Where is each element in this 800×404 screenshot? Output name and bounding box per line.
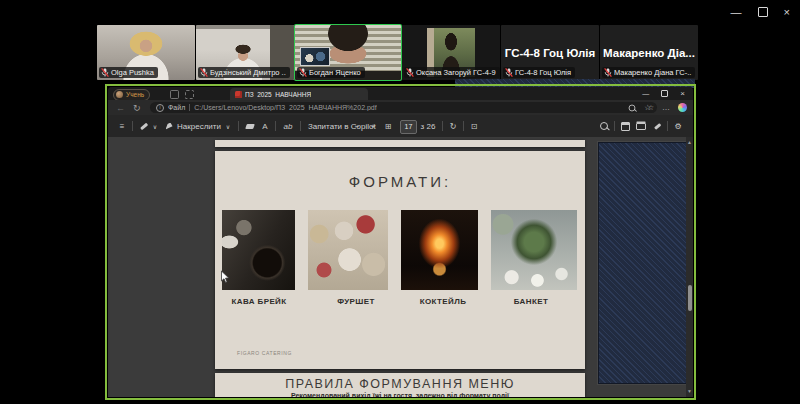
dark-side-panel	[598, 142, 690, 384]
slide-menu-rules: ПРАВИЛА ФОРМУВАННЯ МЕНЮ Рекомендований в…	[215, 373, 585, 397]
participant-nametag: Макаренко Діана ГС-..	[602, 67, 695, 78]
chevron-down-icon[interactable]: ∨	[151, 115, 159, 137]
highlight-label[interactable]: Накреслити	[176, 115, 222, 137]
video-tile-budzinskyi[interactable]: Будзінський Дмитро ..	[196, 25, 294, 80]
format-label: КОКТЕЙЛЬ	[420, 297, 467, 306]
video-tile-bohdan-active-speaker[interactable]: Богдан Яценко	[295, 25, 401, 80]
scroll-down-icon[interactable]: ▼	[686, 388, 693, 394]
participant-nametag: Будзінський Дмитро ..	[198, 67, 290, 78]
save-icon[interactable]	[619, 115, 631, 137]
fit-width-icon[interactable]: ⊞	[382, 115, 394, 137]
scroll-up-icon[interactable]: ▲	[686, 139, 693, 145]
info-icon[interactable]: i	[156, 104, 164, 112]
tab-title: ПЗ_2025_НАВЧАННЯ	[245, 91, 311, 98]
participant-name: Богдан Яценко	[309, 67, 361, 78]
minimize-icon[interactable]: —	[731, 6, 742, 18]
maximize-icon[interactable]	[758, 7, 768, 17]
muted-mic-icon	[604, 68, 612, 77]
picture-in-picture-video	[300, 47, 330, 66]
pdf-content-area: ФОРМАТИ: КАВА БРЕЙК ФУРШЕТ КОКТЕЙЛЬ БАНК…	[108, 137, 693, 397]
browser-profile-button[interactable]: Учень	[113, 89, 150, 101]
slide-subtitle: Рекомендований вихід їжі на гостя, залеж…	[215, 392, 585, 397]
mouse-cursor	[220, 270, 230, 284]
back-icon[interactable]: ←	[116, 103, 125, 113]
profile-avatar	[116, 91, 123, 98]
meeting-window-controls: — ×	[731, 6, 790, 18]
photo-fourchette	[308, 210, 388, 290]
address-url: C:/Users/Lenovo/Desktop/ПЗ_2025_НАВЧАННЯ…	[194, 104, 376, 111]
participant-nametag: Оксана Загоруй ГС-4-9	[404, 67, 500, 78]
search-in-page-icon[interactable]	[629, 104, 636, 111]
pdf-settings-gear-icon[interactable]: ⚙	[672, 115, 684, 137]
slide-title: ПРАВИЛА ФОРМУВАННЯ МЕНЮ	[215, 377, 585, 391]
highlighter-icon[interactable]	[164, 115, 174, 137]
browser-address-bar: ← ↻ i Файл C:/Users/Lenovo/Desktop/ПЗ_20…	[108, 100, 693, 115]
participant-nametag: Богдан Яценко	[297, 67, 365, 78]
favorites-bar-icon[interactable]: ☆	[648, 104, 654, 112]
search-document-icon[interactable]	[598, 115, 610, 137]
workspaces-icon[interactable]	[185, 90, 194, 99]
tab-actions-icon[interactable]	[170, 90, 179, 99]
previous-page-edge	[215, 140, 585, 147]
close-icon[interactable]: ×	[784, 6, 790, 18]
participant-nametag: ГС-4-8 Гоц Юлія	[503, 67, 575, 78]
page-view-icon[interactable]: ⊡	[468, 115, 480, 137]
format-photos	[222, 210, 577, 290]
maximize-icon[interactable]	[661, 90, 668, 97]
draw-pen-icon[interactable]	[138, 115, 150, 137]
format-label: ФУРШЕТ	[337, 297, 375, 306]
zoom-in-icon[interactable]: +	[368, 115, 378, 137]
close-icon[interactable]: ×	[680, 89, 685, 98]
print-icon[interactable]	[635, 115, 647, 137]
address-divider	[189, 104, 190, 111]
photo-cocktail	[401, 210, 478, 290]
format-label: КАВА БРЕЙК	[231, 297, 286, 306]
participant-name: Макаренко Діана ГС-..	[614, 67, 691, 78]
participant-name: ГС-4-8 Гоц Юлія	[515, 67, 571, 78]
browser-tab-bar: Учень ПЗ_2025_НАВЧАННЯ — ×	[108, 87, 693, 100]
muted-mic-icon	[505, 68, 513, 77]
video-tile-makarenko[interactable]: Макаренко Діа... Макаренко Діана ГС-..	[600, 25, 698, 80]
pdf-file-icon	[235, 91, 242, 98]
video-tile-oksana[interactable]: Оксана Загоруй ГС-4-9	[402, 25, 500, 80]
participant-name: Оксана Загоруй ГС-4-9	[416, 67, 496, 78]
pdf-scrollbar[interactable]: ▲ ▼	[686, 137, 693, 397]
participant-name: Будзінський Дмитро ..	[210, 67, 286, 78]
photo-coffee-break	[222, 210, 295, 290]
scrollbar-thumb[interactable]	[688, 285, 692, 311]
muted-mic-icon	[200, 68, 208, 77]
address-scheme: Файл	[168, 104, 185, 111]
chevron-down-icon[interactable]: ∨	[224, 115, 232, 137]
edge-browser-window: Учень ПЗ_2025_НАВЧАННЯ — × ← ↻ i Файл C:…	[108, 87, 693, 397]
rotate-icon[interactable]: ↻	[447, 115, 459, 137]
minimize-icon[interactable]: —	[642, 90, 649, 97]
add-text-icon[interactable]: A	[260, 115, 270, 137]
address-field[interactable]: i Файл C:/Users/Lenovo/Desktop/ПЗ_2025_Н…	[150, 102, 657, 113]
photo-banquet	[491, 210, 577, 290]
video-tile-hots-yuliia[interactable]: ГС-4-8 Гоц Юлія ГС-4-8 Гоц Юлія	[501, 25, 599, 80]
refresh-icon[interactable]: ↻	[133, 103, 141, 113]
slide-formats: ФОРМАТИ: КАВА БРЕЙК ФУРШЕТ КОКТЕЙЛЬ БАНК…	[215, 151, 585, 369]
slide-footer: FIGARO CATERING	[237, 350, 292, 356]
eraser-icon[interactable]	[244, 115, 256, 137]
page-total-label: з 26	[418, 115, 438, 137]
browser-tab-pdf[interactable]: ПЗ_2025_НАВЧАННЯ	[230, 88, 368, 100]
settings-menu-icon[interactable]: …	[662, 103, 670, 112]
pdf-toolbar: ≡ ∨ Накреслити ∨ A ab Запитати в Copilot…	[108, 115, 693, 138]
participant-nametag: Olga Pushka	[99, 67, 158, 78]
screenshot-root: — × Olga Pushka Будзінський Дмитро .. Бо…	[0, 0, 800, 404]
muted-mic-icon	[101, 68, 109, 77]
toolbar-right-icons: ☆ …	[648, 102, 687, 113]
video-tile-olga-pushka[interactable]: Olga Pushka	[97, 25, 195, 80]
copilot-icon[interactable]	[678, 103, 687, 112]
page-number-input[interactable]: 17	[400, 120, 417, 134]
profile-label: Учень	[126, 91, 144, 98]
annotate-pen-icon[interactable]	[651, 115, 663, 137]
muted-mic-icon	[299, 68, 307, 77]
muted-mic-icon	[406, 68, 414, 77]
slide-title: ФОРМАТИ:	[215, 173, 585, 190]
participant-name: Olga Pushka	[111, 67, 154, 78]
zoom-out-icon[interactable]: −	[352, 115, 362, 137]
pdf-menu-icon[interactable]: ≡	[116, 115, 128, 137]
read-aloud-icon[interactable]: ab	[281, 115, 295, 137]
